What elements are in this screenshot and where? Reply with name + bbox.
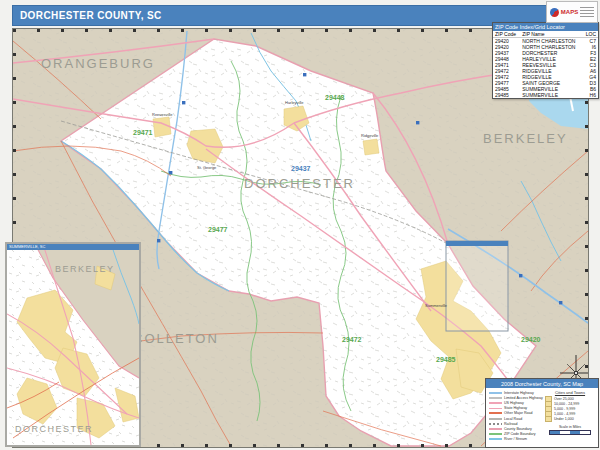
zip-label-29472: 29472 bbox=[342, 336, 362, 343]
scale-bar-group: Scale in Miles bbox=[545, 425, 595, 435]
town-label-st-george: St. George bbox=[197, 165, 217, 170]
legend-road-column: Interstate Highway Limited Access Highwa… bbox=[489, 390, 545, 442]
town-label-harleyville: Harleyville bbox=[285, 100, 304, 105]
city-class-label: 10,000 - 24,999 bbox=[554, 402, 579, 406]
logo-text-lines bbox=[580, 7, 594, 18]
inset-label-berkeley: BERKELEY bbox=[55, 264, 115, 274]
town-label-ridgeville: Ridgeville bbox=[361, 133, 379, 138]
row-zip: 29485 bbox=[493, 92, 520, 98]
zip-index-header: ZIP Code Index/Grid Locator bbox=[493, 23, 598, 31]
city-class-item: Under 1,000 bbox=[545, 417, 595, 422]
row-name: SUMMERVILLE bbox=[520, 92, 582, 98]
label-colleton: COLLETON bbox=[133, 331, 219, 346]
table-row: 29485SUMMERVILLEH6 bbox=[493, 92, 598, 98]
zip-index-table: ZIP Code Index/Grid Locator ZIP Code ZIP… bbox=[492, 22, 599, 99]
line-swatch bbox=[489, 397, 502, 399]
line-swatch bbox=[489, 402, 502, 404]
summerville-inset-map: BERKELEY DORCHESTER SUMMERVILLE, SC bbox=[5, 242, 141, 447]
inset-locator-box bbox=[446, 241, 508, 331]
map-legend: 2008 Dorchester County, SC Map Interstat… bbox=[485, 378, 599, 448]
line-swatch bbox=[489, 433, 502, 435]
map-page: DORCHESTER COUNTY, SC MAPS bbox=[0, 0, 600, 450]
legend-item-label: County Boundary bbox=[504, 427, 532, 431]
city-class-label: Over 25,000 bbox=[554, 397, 574, 401]
zip-label-29437: 29437 bbox=[291, 165, 311, 172]
logo-brand: MAPS bbox=[561, 9, 578, 15]
urban-ridgeville bbox=[363, 139, 379, 155]
zip-label-29420: 29420 bbox=[521, 336, 541, 343]
city-class-label: Under 1,000 bbox=[554, 417, 574, 421]
city-class-label: 1,000 - 4,999 bbox=[554, 412, 575, 416]
inset-label-dorchester: DORCHESTER bbox=[15, 424, 93, 434]
legend-item-label: Interstate Highway bbox=[504, 391, 534, 395]
label-dorchester: DORCHESTER bbox=[244, 176, 355, 191]
inset-title-bar: SUMMERVILLE, SC bbox=[7, 244, 139, 250]
legend-item-label: Railroad bbox=[504, 422, 517, 426]
line-swatch bbox=[489, 438, 502, 440]
legend-item-label: Local Road bbox=[504, 417, 522, 421]
legend-item-label: ZIP Code Boundary bbox=[504, 432, 536, 436]
zip-label-29485: 29485 bbox=[436, 356, 456, 363]
legend-item-label: Limited Access Highway bbox=[504, 396, 543, 400]
city-class-label: 5,000 - 9,999 bbox=[554, 407, 575, 411]
zip-label-29471: 29471 bbox=[133, 129, 153, 136]
row-loc: H6 bbox=[582, 92, 598, 98]
page-title: DORCHESTER COUNTY, SC bbox=[13, 10, 162, 21]
legend-item: River / Stream bbox=[489, 437, 545, 442]
line-swatch bbox=[489, 428, 502, 430]
city-swatch bbox=[545, 416, 552, 422]
globe-icon bbox=[550, 8, 559, 17]
line-swatch bbox=[489, 408, 502, 409]
town-label-summerville: Summerville bbox=[425, 303, 448, 308]
town-label-reevesville: Reevesville bbox=[152, 112, 173, 117]
publisher-logo: MAPS bbox=[546, 1, 598, 23]
urban-reevesville bbox=[153, 117, 171, 137]
legend-item-label: Other Major Road bbox=[504, 411, 533, 415]
zip-label-29448: 29448 bbox=[325, 94, 345, 101]
zip-label-29477: 29477 bbox=[208, 226, 228, 233]
inset-canvas: BERKELEY DORCHESTER bbox=[7, 244, 139, 445]
scale-label: Scale in Miles bbox=[545, 425, 595, 429]
scale-bar bbox=[549, 430, 591, 435]
line-swatch bbox=[489, 412, 502, 414]
label-orangeburg: ORANGEBURG bbox=[41, 56, 155, 71]
legend-item-label: US Highway bbox=[504, 401, 524, 405]
line-swatch bbox=[489, 418, 502, 420]
legend-item-label: River / Stream bbox=[504, 437, 527, 441]
label-berkeley: BERKELEY bbox=[483, 131, 568, 146]
line-swatch bbox=[489, 392, 502, 394]
legend-cities-column: Cities and Towns Over 25,000 10,000 - 24… bbox=[545, 390, 595, 442]
line-swatch bbox=[489, 423, 502, 425]
legend-item-label: State Highway bbox=[504, 406, 527, 410]
legend-header: 2008 Dorchester County, SC Map bbox=[486, 379, 598, 388]
cities-header: Cities and Towns bbox=[545, 390, 595, 395]
